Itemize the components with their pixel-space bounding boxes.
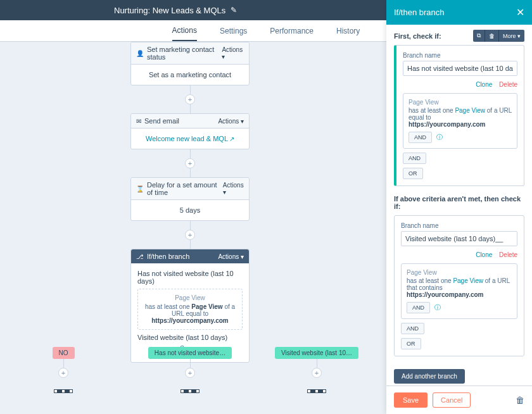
info-icon[interactable]: ⓘ (434, 304, 441, 311)
panel-title: If/then branch (394, 8, 445, 17)
contact-icon: 👤 (136, 50, 144, 57)
node-actions-menu[interactable]: Actions ▾ (218, 253, 244, 260)
card-links: Clone Delete (401, 251, 517, 258)
and-button[interactable]: AND (403, 153, 426, 164)
clone-link[interactable]: Clone (476, 81, 492, 88)
cancel-button[interactable]: Cancel (433, 392, 471, 408)
tab-actions[interactable]: Actions (172, 20, 197, 41)
panel-footer: Save Cancel 🗑 (386, 386, 532, 414)
branch-name-2: Visited website (last 10 days) (137, 334, 243, 341)
panel-header: If/then branch ✕ (386, 0, 532, 25)
email-icon: ✉ (136, 118, 141, 125)
node-body: 5 days (131, 200, 249, 220)
workflow-title: Nurturing: New Leads & MQLs (114, 6, 225, 15)
branch-pill-no[interactable]: NO (53, 347, 75, 359)
trash-icon[interactable]: 🗑 (516, 395, 524, 405)
node-body: Set as a marketing contact (131, 65, 249, 85)
clone-link[interactable]: Clone (476, 251, 492, 258)
edit-title-icon[interactable]: ✎ (231, 6, 237, 15)
add-action-button[interactable]: + (185, 368, 195, 378)
branch-name-input-1[interactable] (403, 61, 517, 76)
branch-name-input-2[interactable] (401, 231, 517, 246)
branch-icon: ⎇ (136, 253, 144, 260)
connector (190, 104, 191, 113)
node-title: Send email (144, 117, 179, 125)
delete-link[interactable]: Delete (499, 251, 517, 258)
node-set-contact-status[interactable]: 👤 Set marketing contact status Actions ▾… (130, 42, 250, 85)
field-label: Branch name (403, 52, 517, 59)
info-icon[interactable]: ⓘ (436, 134, 443, 141)
add-action-button[interactable]: + (312, 368, 322, 378)
tab-performance[interactable]: Performance (270, 20, 314, 41)
panel-top-actions: ⧉ 🗑 More ▾ (473, 30, 524, 42)
node-if-then-branch[interactable]: ⎇ If/then branch Actions ▾ Has not visit… (130, 249, 250, 363)
field-label: Branch name (401, 222, 517, 229)
node-delay[interactable]: ⌛ Delay for a set amount of time Actions… (130, 177, 250, 221)
connector (190, 240, 191, 249)
end-marker (54, 384, 73, 396)
branch-card-1[interactable]: Branch name Clone Delete Page View has a… (394, 45, 524, 186)
connector (190, 149, 191, 158)
or-button[interactable]: OR (403, 168, 423, 179)
email-link[interactable]: Welcome new lead & MQL (146, 135, 234, 142)
branch-pill-1[interactable]: Has not visited website… (148, 347, 232, 359)
or-button[interactable]: OR (401, 338, 421, 349)
close-icon[interactable]: ✕ (516, 6, 524, 18)
hourglass-icon: ⌛ (136, 185, 144, 192)
card-links: Clone Delete (403, 81, 517, 88)
and-button-inner[interactable]: AND (408, 132, 432, 143)
add-action-button[interactable]: + (185, 94, 195, 104)
add-action-button[interactable]: + (185, 230, 195, 240)
criteria-panel-1[interactable]: Page View has at least one Page View of … (403, 93, 517, 149)
add-action-button[interactable]: + (58, 368, 68, 378)
connector (190, 85, 191, 94)
and-button[interactable]: AND (401, 323, 424, 334)
node-actions-menu[interactable]: Actions ▾ (218, 118, 244, 125)
save-button[interactable]: Save (394, 392, 428, 408)
node-title: If/then branch (147, 253, 189, 260)
side-panel: If/then branch ✕ ⧉ 🗑 More ▾ First, check… (386, 0, 532, 414)
and-button-inner[interactable]: AND (407, 302, 430, 313)
connector (190, 359, 191, 368)
branches-row: NO + Has not visited website… + Visited … (0, 347, 380, 396)
add-action-button[interactable]: + (185, 158, 195, 168)
node-title: Delay for a set amount of time (147, 181, 223, 196)
tab-history[interactable]: History (336, 20, 360, 41)
connector (190, 168, 191, 177)
copy-icon[interactable]: ⧉ (473, 30, 484, 42)
connector (190, 221, 191, 230)
branch-pill-2[interactable]: Visited website (last 10… (275, 347, 358, 359)
end-marker (307, 384, 326, 396)
page-view-link[interactable]: Page View (455, 107, 485, 114)
node-title: Set marketing contact status (147, 46, 222, 61)
end-marker (180, 384, 200, 396)
connector (63, 359, 64, 368)
section-second-check: If above criteria aren't met, then check… (394, 195, 524, 210)
node-actions-menu[interactable]: Actions ▾ (222, 46, 244, 60)
connector (317, 359, 317, 368)
add-branch-button[interactable]: Add another branch (394, 369, 465, 384)
criteria-summary: Page View has at least one Page View of … (137, 289, 243, 330)
branch-card-2[interactable]: Branch name Clone Delete Page View has a… (394, 215, 524, 356)
more-menu[interactable]: More ▾ (498, 30, 524, 42)
delete-icon[interactable]: 🗑 (484, 30, 498, 42)
delete-link[interactable]: Delete (499, 81, 517, 88)
branch-name: Has not visited website (last 10 days) (137, 270, 243, 285)
panel-body[interactable]: ⧉ 🗑 More ▾ First, check if: Branch name … (386, 25, 532, 386)
node-actions-menu[interactable]: Actions ▾ (223, 182, 244, 196)
criteria-panel-2[interactable]: Page View has at least one Page View of … (401, 263, 517, 319)
page-view-link[interactable]: Page View (453, 277, 483, 284)
tab-settings[interactable]: Settings (220, 20, 247, 41)
node-send-email[interactable]: ✉ Send email Actions ▾ Welcome new lead … (130, 113, 250, 149)
workflow-canvas[interactable]: 👤 Set marketing contact status Actions ▾… (0, 42, 380, 414)
